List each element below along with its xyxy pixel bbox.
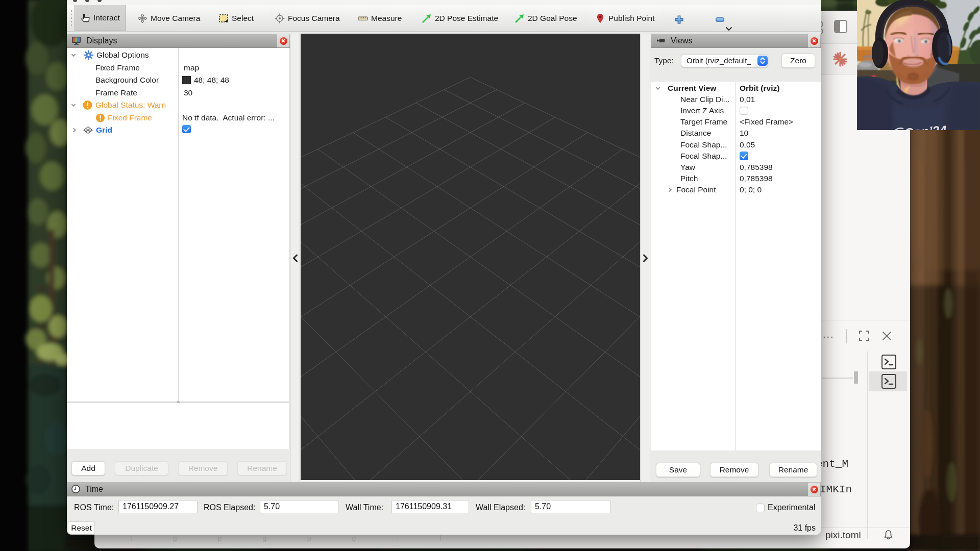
panel-more-actions-icon[interactable]: ... — [823, 333, 836, 338]
3d-viewport[interactable] — [301, 34, 640, 480]
tool-select[interactable]: Select — [213, 5, 259, 31]
left-splitter[interactable] — [290, 34, 300, 482]
frame-rate-value[interactable]: 30 — [184, 87, 192, 99]
save-view-button[interactable]: Save — [656, 463, 700, 477]
tool-publish-point[interactable]: Publish Point — [590, 5, 659, 31]
displays-panel-header[interactable]: Displays — [67, 34, 290, 48]
tool-2d-pose-estimate[interactable]: 2D Pose Estimate — [416, 5, 503, 31]
tree-row-invert-z[interactable]: Invert Z Axis — [651, 105, 821, 117]
tool-measure[interactable]: Measure — [353, 5, 407, 31]
duplicate-display-button[interactable]: Duplicate — [115, 461, 168, 475]
wall-time-input[interactable]: 1761150909.31 — [391, 500, 469, 513]
row-label: Fixed Frame — [108, 113, 152, 122]
terminal-tab[interactable] — [869, 352, 907, 372]
toolbar-drag-handle[interactable] — [70, 9, 72, 28]
experimental-checkbox[interactable] — [756, 504, 765, 512]
yaw-value[interactable]: 0,785398 — [740, 161, 773, 173]
time-close-button[interactable] — [808, 483, 820, 496]
tool-2d-goal-pose[interactable]: 2D Goal Pose — [509, 5, 582, 31]
editor-scrollbar[interactable] — [854, 371, 858, 384]
tool-interact[interactable]: Interact — [75, 5, 126, 31]
tree-row-target-frame[interactable]: Target Frame — [651, 116, 821, 128]
panel-close-icon[interactable] — [882, 331, 892, 341]
value-text: No tf data. Actual error: ... — [182, 113, 275, 122]
rename-view-button[interactable]: Rename — [769, 463, 817, 477]
distance-value[interactable]: 10 — [740, 127, 748, 139]
grid-enabled-checkbox[interactable] — [182, 123, 191, 135]
rename-display-button[interactable]: Rename — [237, 461, 287, 475]
invert-z-checkbox[interactable] — [740, 105, 748, 117]
time-panel-header[interactable]: Time — [67, 482, 821, 496]
tree-row-fixed-frame[interactable]: Fixed Frame — [67, 62, 289, 74]
traffic-light-close[interactable] — [73, 0, 77, 2]
tree-row-near-clip[interactable]: Near Clip Di... — [651, 93, 821, 106]
add-display-button[interactable]: Add — [71, 461, 105, 475]
near-clip-value[interactable]: 0,01 — [740, 93, 755, 106]
focal-shape-size-value[interactable]: 0,05 — [740, 139, 755, 151]
tool-focus-camera[interactable]: Focus Camera — [270, 5, 345, 31]
fixed-frame-status-value[interactable]: No tf data. Actual error: ... — [182, 112, 275, 124]
views-panel-header[interactable]: Views — [651, 34, 821, 48]
tree-row-pitch[interactable]: Pitch — [651, 172, 821, 185]
row-label: Background Color — [95, 76, 159, 85]
value-text: 0,05 — [740, 140, 755, 149]
chevron-down-icon[interactable] — [71, 103, 76, 108]
collapse-right-icon[interactable] — [642, 254, 649, 262]
collapse-left-icon[interactable] — [292, 254, 299, 262]
toolbar-extension-chevron-icon[interactable] — [725, 27, 732, 31]
focal-shape-fixed-checkbox[interactable] — [740, 150, 748, 162]
traffic-light-minimize[interactable] — [85, 0, 89, 2]
fixed-frame-value[interactable]: map — [184, 62, 199, 74]
tree-row-global-options[interactable]: Global Options — [67, 49, 289, 61]
tree-row-background-color[interactable]: Background Color — [67, 74, 289, 86]
tree-row-focal-point[interactable]: Focal Point — [651, 184, 821, 196]
panel-maximize-icon[interactable] — [859, 331, 869, 341]
target-frame-value[interactable]: <Fixed Frame> — [740, 116, 793, 128]
tree-row-distance[interactable]: Distance — [651, 127, 821, 139]
toggle-sidebar-icon[interactable] — [834, 20, 847, 33]
tool-move-camera[interactable]: Move Camera — [132, 5, 205, 31]
terminal-session-name[interactable]: IMKIn — [820, 484, 852, 495]
remove-tool-button[interactable] — [716, 17, 724, 22]
tree-row-focal-shape-fixed[interactable]: Focal Shap... — [651, 150, 821, 162]
tool-label: Measure — [371, 14, 402, 23]
chevron-down-icon[interactable] — [71, 53, 76, 58]
combo-stepper-icon — [757, 56, 768, 66]
displays-empty-area — [67, 403, 289, 449]
chevron-right-icon[interactable] — [668, 187, 672, 192]
tree-row-grid[interactable]: Grid — [67, 124, 289, 136]
value-text: 0,785398 — [740, 163, 773, 172]
ros-elapsed-input[interactable]: 5.70 — [260, 500, 338, 513]
tree-row-yaw[interactable]: Yaw — [651, 161, 821, 173]
tree-row-current-view[interactable]: Current View — [651, 82, 821, 94]
pixi-starburst-icon[interactable] — [832, 52, 848, 67]
chevron-down-icon[interactable] — [655, 86, 660, 91]
chevron-right-icon[interactable] — [72, 128, 77, 133]
displays-panel-title: Displays — [86, 36, 117, 45]
terminal-tab-selected[interactable] — [869, 371, 907, 391]
tool-label: Move Camera — [151, 14, 200, 23]
zero-button[interactable]: Zero — [781, 54, 815, 68]
background-color-value[interactable]: 48; 48; 48 — [182, 74, 229, 86]
color-swatch — [182, 76, 191, 84]
ros-time-input[interactable]: 1761150909.27 — [118, 500, 198, 513]
pitch-value[interactable]: 0,785398 — [740, 172, 773, 185]
views-close-button[interactable] — [808, 34, 820, 47]
view-type-select[interactable]: Orbit (rviz_default_ — [681, 54, 768, 67]
button-label: Remove — [720, 465, 749, 474]
focal-point-value[interactable]: 0; 0; 0 — [740, 184, 762, 196]
remove-display-button[interactable]: Remove — [178, 461, 228, 475]
tree-row-global-status[interactable]: Global Status: Warn — [67, 99, 289, 111]
add-tool-button[interactable] — [675, 15, 683, 24]
tree-row-focal-shape-size[interactable]: Focal Shap... — [651, 139, 821, 151]
displays-close-button[interactable] — [277, 34, 289, 47]
right-splitter[interactable] — [640, 34, 650, 482]
terminal-session-name[interactable]: ent_M — [816, 458, 848, 470]
tree-row-frame-rate[interactable]: Frame Rate — [67, 87, 289, 99]
button-label: Rename — [247, 464, 277, 473]
traffic-light-zoom[interactable] — [97, 0, 102, 2]
wall-elapsed-input[interactable]: 5.70 — [531, 500, 610, 513]
reset-button[interactable]: Reset — [68, 521, 95, 534]
remove-view-button[interactable]: Remove — [710, 463, 758, 477]
row-label: Pitch — [680, 174, 698, 183]
